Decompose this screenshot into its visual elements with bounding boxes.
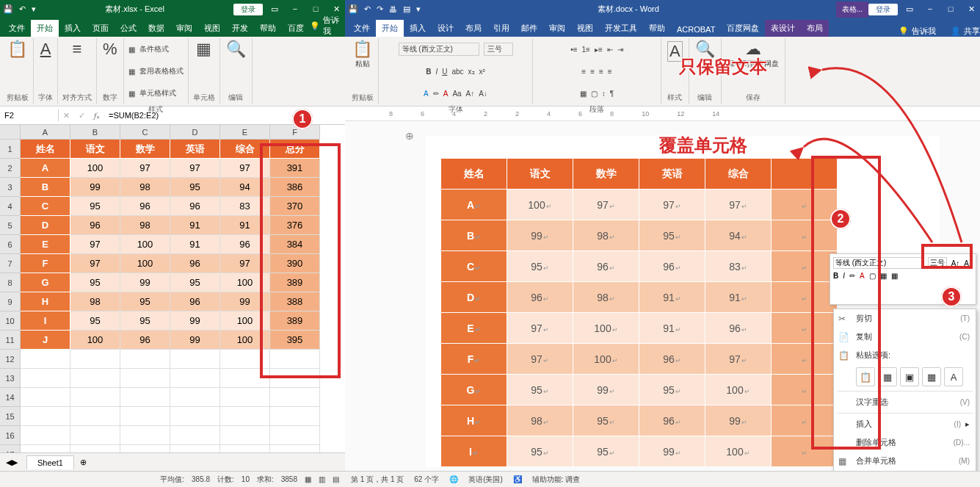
align-button[interactable]: ≡ [71,40,84,59]
tell-me-icon[interactable]: 💡 [310,21,320,31]
tab-home[interactable]: 开始 [31,20,59,37]
show-marks-button[interactable]: ¶ [610,90,614,98]
shrink-font-button[interactable]: A↓ [479,90,487,98]
paste-opt-overwrite[interactable]: ▦ [922,367,941,386]
word-ruler[interactable]: 86422468101214 [345,107,980,121]
window-options-icon[interactable]: ▭ [904,4,915,14]
close-icon[interactable]: ✕ [330,4,342,14]
edit-button[interactable]: 🔍 [225,40,247,59]
view-page-icon[interactable]: ▥ [319,475,325,483]
aux-icon[interactable]: ♿ [513,475,522,483]
tab-help[interactable]: 帮助 [254,20,282,37]
text-effect-button[interactable]: A [424,90,429,98]
col-head[interactable]: A [21,125,70,140]
save-icon[interactable]: 💾 [348,4,358,14]
dec-indent-button[interactable]: ⇤ [607,46,613,54]
excel-login[interactable]: 登录 [233,4,263,15]
insert-button[interactable]: ▦ [880,272,887,280]
font-color-button[interactable]: A [443,90,449,98]
qat-icon[interactable]: 🖶 [389,5,397,14]
word-login[interactable]: 登录 [868,4,898,15]
cell-style-button[interactable]: ▦单元格样式 [128,84,176,103]
minimize-icon[interactable]: − [924,4,936,14]
sort-button[interactable]: ↕ [602,90,606,98]
col-head[interactable]: B [70,125,120,140]
accept-formula-icon[interactable]: ✓ [74,111,90,120]
sheet-tab[interactable]: Sheet1 [26,455,74,469]
tab-dev[interactable]: 开发工具 [599,20,643,37]
tab-baidu[interactable]: 百度 [282,20,310,37]
paste-opt-nest[interactable]: ▣ [900,367,919,386]
redo-icon[interactable]: ↷ [377,4,383,14]
strike-button[interactable]: abc [451,68,463,76]
tab-file[interactable]: 文件 [348,20,376,37]
inc-indent-button[interactable]: ⇥ [617,46,623,54]
save-icon[interactable]: 💾 [3,4,13,14]
mini-color[interactable]: A [860,272,865,280]
fx-icon[interactable]: 𝑓ₓ [90,111,104,120]
name-box[interactable]: F2 [0,109,59,121]
tab-acrobat[interactable]: ACROBAT [671,22,721,37]
close-icon[interactable]: ✕ [965,4,977,14]
table-handle-icon[interactable]: ⊕ [405,130,414,142]
tab-review[interactable]: 审阅 [170,20,198,37]
word-table[interactable]: 姓名语文数学英语综合A↵100↵97↵97↵97↵↵B↵99↵98↵95↵94↵… [440,158,838,467]
clipboard-button[interactable]: 📋 [6,40,29,59]
mini-border[interactable]: ▢ [869,272,876,280]
cancel-formula-icon[interactable]: ✕ [59,111,74,120]
sheet-nav-prev-icon[interactable]: ◀ [6,458,12,467]
char-scale-button[interactable]: Aa [452,90,461,98]
mini-bold[interactable]: B [833,272,838,280]
align-center-button[interactable]: ≡ [590,68,595,76]
view-break-icon[interactable]: ▤ [333,475,339,483]
ctx-cut[interactable]: ✂剪切(T) [834,309,976,328]
tab-view[interactable]: 视图 [571,20,599,37]
sup-button[interactable]: x² [479,68,485,76]
cells-button[interactable]: ▦ [195,40,213,59]
table-format-button[interactable]: ▦套用表格格式 [128,62,184,81]
undo-icon[interactable]: ↶ [19,4,26,14]
paste-opt-merge[interactable]: ▦ [878,367,897,386]
number-button[interactable]: % [101,40,119,59]
underline-button[interactable]: U [442,68,447,76]
borders-button[interactable]: ▢ [591,90,598,98]
shrink-font-icon[interactable]: A↓ [964,259,973,267]
tab-design[interactable]: 设计 [432,20,460,37]
tab-baidu[interactable]: 百度网盘 [721,20,765,37]
tab-insert[interactable]: 插入 [404,20,432,37]
tab-home[interactable]: 开始 [376,20,404,37]
tab-page[interactable]: 页面 [87,20,115,37]
paste-button[interactable]: 📋粘贴 [351,40,374,71]
maximize-icon[interactable]: □ [945,4,957,14]
grow-font-icon[interactable]: A↑ [951,259,960,267]
highlight-button[interactable]: ✏ [433,90,439,98]
ctx-ime[interactable]: 汉字重选(V) [834,393,976,411]
sheet-nav-next-icon[interactable]: ▶ [12,458,18,467]
tab-insert[interactable]: 插入 [59,20,87,37]
tab-formula[interactable]: 公式 [115,20,142,37]
tab-file[interactable]: 文件 [3,20,31,37]
align-right-button[interactable]: ≡ [599,68,603,76]
edit-button[interactable]: 🔍 [694,40,716,59]
tab-dev[interactable]: 开发 [226,20,254,37]
paste-opt-keep-source[interactable]: 📋 [856,367,875,386]
tab-help[interactable]: 帮助 [643,20,671,37]
font-size-select[interactable]: 三号 [484,43,513,56]
ctx-delcell[interactable]: 删除单元格(D)... [834,433,976,452]
delete-button[interactable]: ▦ [891,272,898,280]
mini-highlight[interactable]: ✏ [849,272,855,280]
shading-button[interactable]: ▦ [580,90,587,98]
tell-me-icon[interactable]: 💡 [899,26,909,36]
numbering-button[interactable]: 1≡ [582,46,590,54]
bold-button[interactable]: B [426,68,431,76]
word-document[interactable]: ⊕ 姓名语文数学英语综合A↵100↵97↵97↵97↵↵B↵99↵98↵95↵9… [345,121,980,471]
ctx-merge[interactable]: ▦合并单元格(M) [834,452,976,470]
new-sheet-icon[interactable]: ⊕ [80,458,87,467]
tab-mail[interactable]: 邮件 [515,20,543,37]
tab-view[interactable]: 视图 [198,20,226,37]
formula-input[interactable]: =SUM(B2:E2) [104,109,345,121]
sub-button[interactable]: x₂ [468,68,475,76]
styles-button[interactable]: A [666,40,684,63]
font-name-select[interactable]: 等线 (西文正文) [399,43,479,56]
paste-opt-text-only[interactable]: A [944,367,963,386]
